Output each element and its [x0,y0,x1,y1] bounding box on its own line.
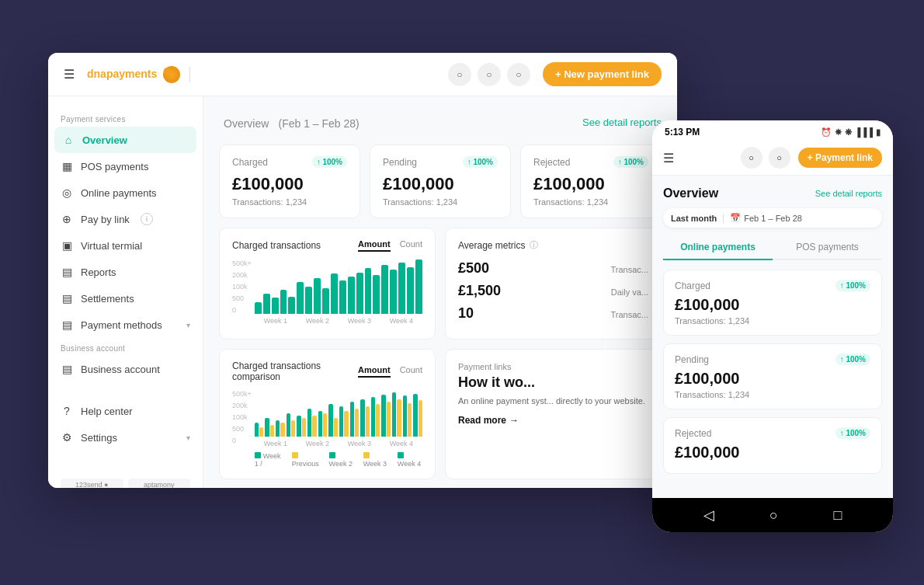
bottom-row: Charged transactions comparison Amount C… [219,349,662,479]
back-icon[interactable]: ◁ [703,507,714,524]
mobile-stat-badge: ↑ 100% [835,280,870,291]
mobile-hamburger-icon[interactable]: ☰ [663,151,674,165]
tab-amount[interactable]: Amount [358,239,391,252]
chevron-down-icon: ▾ [186,321,190,329]
sidebar-item-overview[interactable]: ⌂ Overview [54,127,196,153]
chart-bar [373,275,380,314]
mobile-stat-label: Pending [675,354,709,365]
comparison-bar-group [350,402,360,437]
mobile-notification-icon[interactable]: ○ [741,147,762,169]
comparison-bar-group [403,395,412,437]
metric-label: Transac... [611,310,649,319]
last-month-button[interactable]: Last month [671,214,717,223]
read-more-link[interactable]: Read more → [458,415,648,426]
chart-bar [331,273,338,314]
charts-row: Charged transactions Amount Count 500k+2… [219,228,662,340]
chart-legend: Week 1 / Previous Week 2 Week 3 Week 4 [255,452,422,468]
metric-value: 10 [458,305,474,322]
bar-previous [302,418,306,437]
sidebar-item-label: Settlements [81,293,134,305]
wifi-icon: ❋ [845,127,852,138]
sidebar-item-online[interactable]: ◎ Online payments [48,179,203,206]
business-account-label: Business account [48,338,203,356]
bar-previous [280,423,284,437]
tab-online-payments[interactable]: Online payments [663,235,773,260]
user-icon[interactable]: ○ [478,63,501,86]
account-icon[interactable]: ○ [507,63,530,86]
sidebar-item-reports[interactable]: ▤ Reports [48,259,203,285]
mobile-new-payment-button[interactable]: + Payment link [798,148,882,168]
pos-icon: ▦ [61,160,73,172]
tab-amount[interactable]: Amount [358,365,391,378]
chart-bar [381,265,388,314]
stat-badge: 100% [463,156,498,168]
reports-icon: ▤ [61,266,73,278]
bar-previous [270,425,274,437]
tab-count[interactable]: Count [400,365,422,378]
info-badge: i [141,213,153,225]
sidebar-item-pos[interactable]: ▦ POS payments [48,153,203,179]
chart-tabs: Amount Count [358,239,422,252]
bar-current [381,395,385,437]
header-divider [189,67,190,82]
chart-area: 500k+200k100k5000 Week 1 Week 2 Week 3 W… [232,259,422,325]
sidebar-item-settings[interactable]: ⚙ Settings ▾ [48,424,203,451]
bar-previous [312,416,316,437]
notification-icon[interactable]: ○ [448,63,471,86]
bar-current [392,392,396,437]
recents-icon[interactable]: □ [833,507,842,524]
bar-chart [255,259,422,314]
chart-bar [322,288,329,314]
mobile-header: ☰ ○ ○ + Payment link [652,141,893,176]
comparison-bars [255,390,422,437]
bar-previous [323,413,327,437]
stat-badge: 100% [613,156,648,168]
payment-links-desc: An online payment syst... directly to yo… [458,395,648,407]
stat-label: Charged [232,157,268,168]
payment-methods-icon: ▤ [61,319,73,331]
header-icons: ○ ○ ○ [448,63,530,86]
bar-previous [334,418,338,437]
metric-item: 10 Transac... [458,305,648,322]
business-icon: ▤ [61,363,73,375]
see-detail-link[interactable]: See detail reports [582,117,662,128]
settings-icon: ⚙ [61,431,73,444]
mobile-stat-badge: ↑ 100% [835,427,870,439]
hamburger-icon[interactable]: ☰ [64,67,75,82]
metric-value: £1,500 [458,283,501,299]
payment-links-label: Payment links [458,362,648,371]
mobile-window: 5:13 PM ⏰ ✵ ❋ ▐▐▐ ▮ ☰ ○ ○ + Payment link… [652,120,893,532]
sidebar-item-paylink[interactable]: ⊕ Pay by link i [48,206,203,232]
battery-icon: ▮ [876,127,881,138]
bar-current [403,395,407,437]
comparison-chart-card: Charged transactions comparison Amount C… [219,349,436,479]
chart-title: Charged transactions comparison [232,360,358,382]
page-title: Overview (Feb 1 – Feb 28) [219,112,360,132]
partner-logo: aptamony [128,479,191,488]
new-payment-button[interactable]: + New payment link [543,62,662,86]
sidebar-item-settlements[interactable]: ▤ Settlements [48,285,203,312]
sidebar-item-virtual[interactable]: ▣ Virtual termial [48,232,203,259]
main-layout: Payment services ⌂ Overview ▦ POS paymen… [48,96,677,488]
home-icon[interactable]: ○ [769,507,778,524]
comparison-bar-group [339,406,349,437]
sidebar-item-payment-methods[interactable]: ▤ Payment methods ▾ [48,312,203,338]
chart-tabs: Amount Count [358,365,422,378]
bar-previous [397,399,401,437]
mobile-see-detail-link[interactable]: See detail reports [815,189,882,198]
mobile-user-icon[interactable]: ○ [769,147,790,169]
stat-amount: £100,000 [533,174,648,194]
comparison-bar-group [413,394,422,437]
comparison-bar-group [318,411,328,437]
bar-current [318,411,322,437]
sidebar-item-help[interactable]: ? Help center [48,398,203,424]
online-icon: ◎ [61,186,73,199]
metrics-info-icon[interactable]: ⓘ [530,239,538,251]
stat-card-pending: Pending 100% £100,000 Transactions: 1,23… [370,145,511,218]
tab-pos-payments[interactable]: POS payments [773,235,882,259]
tab-count[interactable]: Count [400,239,422,252]
signal-icon: ▐▐▐ [855,127,873,138]
bar-previous [291,420,295,437]
chart-bar [263,294,270,314]
sidebar-item-business[interactable]: ▤ Business account [48,356,203,382]
